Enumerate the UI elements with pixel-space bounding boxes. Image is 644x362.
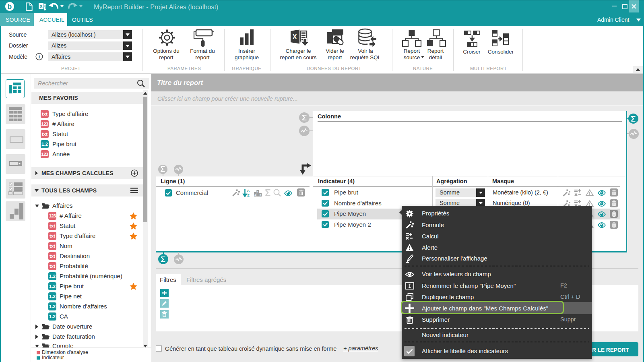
svg-text:Z: Z xyxy=(247,193,250,197)
svg-text:i: i xyxy=(39,54,40,60)
svg-text:X: X xyxy=(293,33,297,40)
svg-text:1: 1 xyxy=(257,191,259,194)
svg-text:x: x xyxy=(40,3,43,9)
svg-text:2: 2 xyxy=(254,193,256,196)
svg-text:3: 3 xyxy=(260,194,261,197)
svg-text:A: A xyxy=(247,188,250,193)
